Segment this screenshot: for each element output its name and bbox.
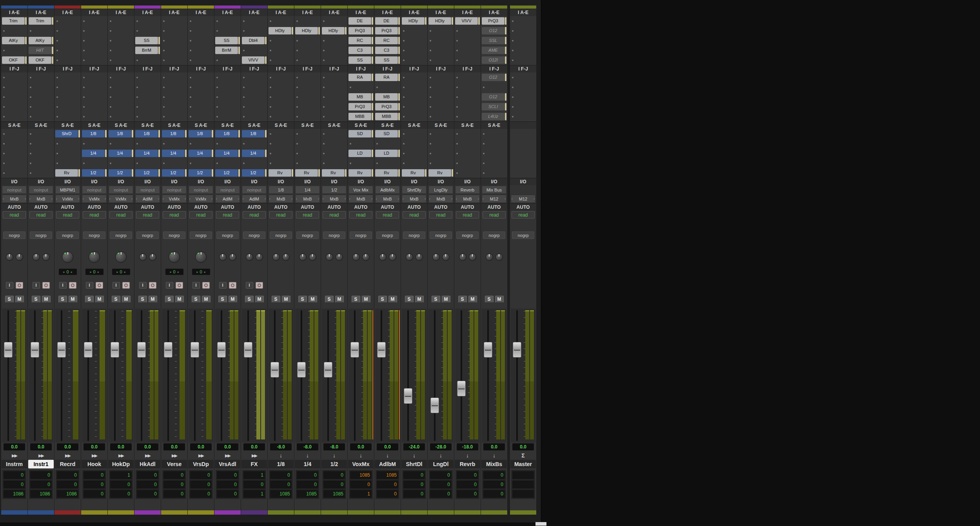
empty-slot[interactable] <box>268 72 294 82</box>
delay-cmp-value[interactable]: 0 <box>483 490 505 498</box>
empty-slot[interactable] <box>28 112 54 121</box>
plugin-slot[interactable]: HilT <box>28 45 54 55</box>
mute-button[interactable]: M <box>282 296 290 303</box>
plugin-chip[interactable]: SD <box>348 130 371 137</box>
plugin-chip[interactable]: SSL <box>482 37 505 44</box>
automation-mode-button[interactable]: read <box>109 211 132 219</box>
plugin-slot[interactable]: Rv <box>401 168 427 178</box>
solo-button[interactable]: S <box>325 296 334 303</box>
volume-fader[interactable] <box>191 342 199 358</box>
plugin-chip[interactable]: 1/8 <box>242 130 265 137</box>
empty-slot[interactable] <box>1 72 27 82</box>
empty-slot[interactable] <box>28 139 54 148</box>
automation-mode-button[interactable]: read <box>83 211 106 219</box>
automation-mode-button[interactable]: read <box>456 211 479 219</box>
plugin-slot[interactable]: 1/4 <box>134 148 161 158</box>
delay-offset-value[interactable]: 0 <box>483 481 505 488</box>
empty-slot[interactable] <box>294 16 321 26</box>
pan-knob[interactable] <box>389 253 396 261</box>
solo-button[interactable]: S <box>405 296 414 303</box>
plugin-chip[interactable]: DE <box>375 17 398 25</box>
plugin-chip[interactable]: AtKy <box>29 37 51 44</box>
plugin-chip[interactable]: MB <box>348 93 371 101</box>
group-assign-button[interactable]: nogrp <box>136 231 159 239</box>
automation-mode-button[interactable]: read <box>136 211 159 219</box>
plugin-slot[interactable]: 1/2 <box>188 168 214 178</box>
input-selector[interactable]: noinput <box>242 186 267 194</box>
plugin-slot[interactable]: PrQ3 <box>348 26 374 36</box>
input-monitor-button[interactable]: I <box>192 282 200 289</box>
plugin-slot[interactable]: Rv <box>268 168 294 178</box>
automation-mode-button[interactable]: read <box>189 211 212 219</box>
empty-slot[interactable] <box>481 129 507 139</box>
empty-slot[interactable] <box>268 16 294 26</box>
empty-slot[interactable] <box>428 82 454 92</box>
track-name[interactable]: MixBs <box>481 460 507 468</box>
empty-slot[interactable] <box>241 45 267 55</box>
input-selector[interactable]: noinput <box>82 186 107 194</box>
volume-fader[interactable] <box>430 398 439 413</box>
volume-display[interactable]: -24.0 <box>403 443 425 450</box>
pan-knob[interactable] <box>33 253 40 261</box>
delay-cmp-value[interactable]: 1 <box>243 490 265 498</box>
empty-slot[interactable] <box>54 139 81 148</box>
plugin-chip[interactable]: L4Uz <box>482 113 505 120</box>
automation-mode-button[interactable]: read <box>163 211 186 219</box>
plugin-chip[interactable]: O12 <box>482 93 505 101</box>
delay-value[interactable]: 0 <box>483 471 505 479</box>
input-selector[interactable]: MBPM1 <box>55 186 80 194</box>
plugin-slot[interactable]: DE <box>348 16 374 26</box>
empty-slot[interactable] <box>268 102 294 112</box>
empty-slot[interactable] <box>294 129 321 139</box>
empty-slot[interactable] <box>1 139 27 148</box>
plugin-slot[interactable]: 1/4 <box>241 148 267 158</box>
plugin-chip[interactable]: MBB <box>348 113 371 120</box>
input-monitor-button[interactable]: I <box>6 282 13 289</box>
input-selector[interactable]: noinput <box>135 186 160 194</box>
volume-display[interactable]: 0.0 <box>350 443 372 450</box>
automation-mode-button[interactable]: read <box>403 211 426 219</box>
empty-slot[interactable] <box>54 72 81 82</box>
volume-display[interactable]: 0.0 <box>110 443 132 450</box>
empty-slot[interactable] <box>161 82 187 92</box>
delay-offset-value[interactable]: 0 <box>137 481 158 488</box>
empty-slot[interactable] <box>428 139 454 148</box>
plugin-slot[interactable]: SS <box>348 55 374 65</box>
automation-mode-button[interactable]: read <box>429 211 452 219</box>
empty-slot[interactable] <box>294 36 321 45</box>
volume-fader[interactable] <box>513 342 521 358</box>
empty-slot[interactable] <box>134 55 161 65</box>
solo-button[interactable]: S <box>378 296 387 303</box>
pan-knob[interactable] <box>272 253 280 261</box>
pan-knob[interactable] <box>42 253 50 261</box>
empty-slot[interactable] <box>134 26 161 36</box>
plugin-chip[interactable]: 1/4 <box>189 150 211 157</box>
empty-slot[interactable] <box>348 158 374 168</box>
plugin-slot[interactable]: 1/2 <box>214 168 241 178</box>
plugin-chip[interactable]: O12 <box>482 27 505 34</box>
mute-button[interactable]: M <box>229 296 237 303</box>
plugin-slot[interactable]: O12 <box>481 72 507 82</box>
solo-button[interactable]: S <box>138 296 147 303</box>
empty-slot[interactable] <box>108 158 134 168</box>
mute-button[interactable]: M <box>388 296 397 303</box>
empty-slot[interactable] <box>134 72 161 82</box>
empty-slot[interactable] <box>294 139 321 148</box>
track-name[interactable]: Master <box>510 460 536 468</box>
volume-fader[interactable] <box>217 342 226 358</box>
pan-knob[interactable] <box>6 253 13 261</box>
empty-slot[interactable] <box>321 139 347 148</box>
output-selector[interactable]: ▪ MxB ▪ <box>455 195 480 203</box>
plugin-slot[interactable]: LD <box>348 148 374 158</box>
plugin-slot[interactable]: DE <box>374 16 401 26</box>
delay-value[interactable]: 1085 <box>377 471 398 479</box>
plugin-slot[interactable]: RC <box>348 36 374 45</box>
empty-slot[interactable] <box>454 168 481 178</box>
output-selector[interactable]: ▪ MxB ▪ <box>269 195 293 203</box>
empty-slot[interactable] <box>161 72 187 82</box>
solo-button[interactable]: S <box>432 296 440 303</box>
automation-mode-button[interactable]: read <box>512 211 535 219</box>
empty-slot[interactable] <box>28 72 54 82</box>
plugin-slot[interactable]: SD <box>374 129 401 139</box>
empty-slot[interactable] <box>321 92 347 102</box>
